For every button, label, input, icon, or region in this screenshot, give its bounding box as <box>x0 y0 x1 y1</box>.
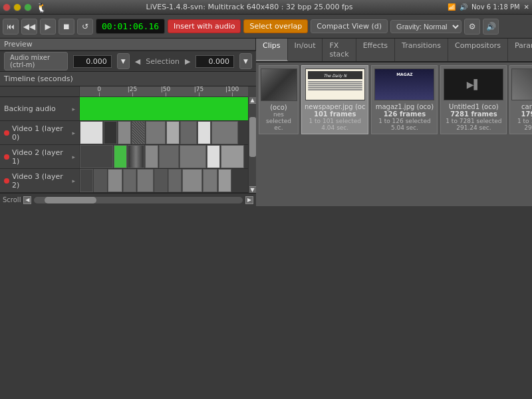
np-title: The Daily N <box>323 73 346 78</box>
clip-v1-2 <box>104 121 117 144</box>
audio-mixer-button[interactable]: Audio mixer (ctrl-m) <box>4 52 68 70</box>
video2-clips <box>80 145 248 168</box>
vscroll-up[interactable]: ▲ <box>249 97 256 104</box>
clip-v2-3 <box>128 145 144 168</box>
clip-thumb-bg-carr <box>512 69 532 100</box>
clip-item-magazine[interactable]: MAGAZ magaz1.jpg (oco) 126 frames 1 to 1… <box>371 65 438 134</box>
loop-button[interactable]: ↺ <box>77 19 93 35</box>
mag-title: MAGAZ <box>376 72 432 76</box>
clip-v1-7 <box>180 121 197 144</box>
timeline-ruler: 0 |25 |50 |75 <box>80 86 248 97</box>
clip-item-untitled[interactable]: ▶▌ Untitled1 (oco) 7281 frames 1 to 7281… <box>440 65 507 134</box>
main-content: Preview <box>0 39 532 206</box>
audio-value-left[interactable]: 0.000 <box>73 55 112 68</box>
tab-effects[interactable]: Effects <box>356 39 395 61</box>
track-dot-video2 <box>4 154 9 160</box>
track-arrow-backing[interactable]: ▸ <box>72 106 75 112</box>
tab-clips[interactable]: Clips <box>256 39 288 61</box>
insert-audio-button[interactable]: Insert with audio <box>168 19 241 33</box>
ruler-mark-25: |25 <box>116 86 149 96</box>
untitled-thumbnail: ▶▌ <box>444 69 503 100</box>
clip-v1-1 <box>80 121 103 144</box>
select-overlap-button[interactable]: Select overlap <box>243 19 308 33</box>
main-toolbar: ⏮ ◀◀ ▶ ⏹ ↺ 00:01:06.16 Insert with audio… <box>0 15 532 39</box>
gravity-select[interactable]: Gravity: Normal Gravity: Left Gravity: R… <box>390 20 462 33</box>
stop-button[interactable]: ⏹ <box>59 19 74 35</box>
fast-back-button[interactable]: ◀◀ <box>21 19 37 35</box>
minimize-btn[interactable] <box>13 3 21 11</box>
clip-thumb-untitled: ▶▌ <box>444 68 503 100</box>
clip-thumb-bg-0 <box>261 69 297 100</box>
clip-v2-6 <box>180 145 206 168</box>
clip-detail-carr: 1 to 17 <box>517 118 532 124</box>
track-row-video3: Video 3 (layer 2) ▸ <box>0 169 248 193</box>
titlebar: 🐧 LiVES-1.4.8-svn: Multitrack 640x480 : … <box>0 0 532 15</box>
track-dot-video3 <box>4 178 9 184</box>
np-lines <box>308 80 362 98</box>
clip-frames-untitled: 7281 frames <box>450 110 497 118</box>
tray-close-icon[interactable]: ✕ <box>524 3 529 11</box>
selection-area: ◀ Selection ▶ <box>135 57 191 66</box>
clip-item-0[interactable]: (oco) nes selected ec. <box>259 65 299 134</box>
track-name-video3: Video 3 (layer 2) <box>12 172 69 190</box>
tab-compositors[interactable]: Compositors <box>448 39 508 61</box>
track-name-video1: Video 1 (layer 0) <box>12 124 69 142</box>
np-line-1 <box>308 81 362 82</box>
clip-v1-3 <box>118 121 131 144</box>
clip-v3-9 <box>203 169 217 192</box>
clip-sec-untitled: 291.24 sec. <box>456 124 491 131</box>
timeline-vscrollbar[interactable]: ▲ ▼ <box>248 97 256 193</box>
audio-value-right[interactable]: 0.000 <box>196 55 234 68</box>
clip-item-newspaper[interactable]: The Daily N newspaper.jpg (oc 101 frames… <box>301 65 368 134</box>
scroll-label: Scroll <box>3 196 21 203</box>
volume-icon[interactable]: 🔊 <box>483 19 499 35</box>
clip-v3-3 <box>108 169 122 192</box>
settings-icon[interactable]: ⚙ <box>464 19 480 35</box>
play-button[interactable]: ▶ <box>40 19 56 35</box>
preview-label: Preview <box>0 39 255 51</box>
untitled-text: ▶▌ <box>467 79 481 90</box>
clip-tabs: Clips In/out FX stack Effects Transition… <box>256 39 532 63</box>
tab-fxstack[interactable]: FX stack <box>323 39 356 61</box>
tray-network-icon: 📶 <box>448 3 456 11</box>
track-dot-video1 <box>4 130 9 136</box>
close-btn[interactable] <box>3 3 11 11</box>
clip-name-carr: carr <box>521 103 532 110</box>
track-arrow-video1[interactable]: ▸ <box>72 130 75 136</box>
audio-value-left-stepper[interactable]: ▼ <box>117 53 130 69</box>
clip-sec-magazine: 5.04 sec. <box>391 124 418 131</box>
tab-inout[interactable]: In/out <box>288 39 323 61</box>
rewind-button[interactable]: ⏮ <box>3 19 19 35</box>
scroll-left-btn[interactable]: ◀ <box>23 196 31 204</box>
track-content-video1 <box>80 121 248 144</box>
clip-v3-10 <box>218 169 231 192</box>
tab-params[interactable]: Params. <box>508 39 532 61</box>
clip-item-carr[interactable]: carr 179 1 to 17 29 <box>509 65 532 134</box>
ruler-tick <box>199 92 200 96</box>
left-column: Preview <box>0 39 256 206</box>
track-arrow-video3[interactable]: ▸ <box>72 178 75 184</box>
scroll-right-btn[interactable]: ▶ <box>245 196 253 204</box>
clip-detail-magazine: 1 to 126 selected <box>378 118 431 124</box>
ruler-tick <box>232 92 233 96</box>
clip-grid: (oco) nes selected ec. The Daily N <box>256 63 532 137</box>
scroll-track[interactable] <box>34 197 243 203</box>
scroll-thumb[interactable] <box>45 197 96 203</box>
track-arrow-video2[interactable]: ▸ <box>72 154 75 160</box>
track-label-video1: Video 1 (layer 0) ▸ <box>0 121 80 144</box>
maximize-btn[interactable] <box>24 3 32 11</box>
tab-transitions[interactable]: Transitions <box>395 39 448 61</box>
vscroll-thumb[interactable] <box>249 117 256 157</box>
clip-frames-newspaper: 101 frames <box>314 110 356 118</box>
compact-view-button[interactable]: Compact View (d) <box>311 19 388 33</box>
vscroll-down[interactable]: ▼ <box>249 186 256 193</box>
clip-name-newspaper: newspaper.jpg (oc <box>305 103 365 110</box>
clip-v3-4 <box>123 169 136 192</box>
audio-value-right-stepper[interactable]: ▼ <box>239 53 252 69</box>
clip-name-untitled: Untitled1 (oco) <box>449 103 499 110</box>
tracks-container: Backing audio ▸ Video 1 (layer 0) ▸ <box>0 97 256 193</box>
track-name-video2: Video 2 (layer 1) <box>12 148 69 166</box>
track-name-backing: Backing audio <box>4 104 56 113</box>
clip-v3-1 <box>80 169 93 192</box>
clip-grid-spacer <box>256 137 532 206</box>
